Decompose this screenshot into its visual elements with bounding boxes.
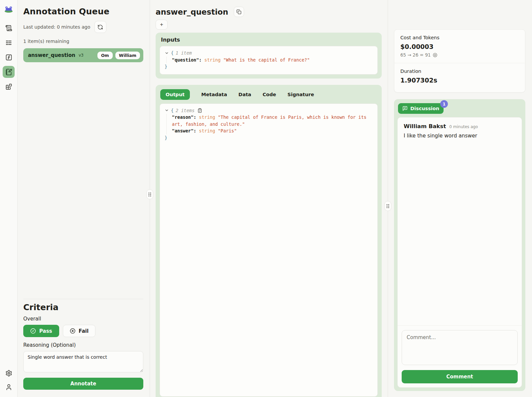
gear-icon [5, 370, 12, 377]
sidebar-item-list[interactable] [3, 37, 15, 49]
chevron-down-icon[interactable] [165, 51, 169, 55]
add-tab-button[interactable]: + [156, 20, 168, 30]
json-close-brace: } [165, 134, 373, 141]
user-icon [5, 384, 12, 391]
discussion-thread: William Bakst 0 minutes ago I like the s… [397, 117, 522, 388]
refresh-icon [97, 24, 103, 30]
output-tabs: Output Metadata Data Code Signature [160, 88, 378, 103]
panel-resize-handle-right[interactable] [384, 201, 391, 211]
chevron-down-icon[interactable] [165, 108, 169, 112]
discussion-label: Discussion [410, 106, 439, 111]
sidebar-item-traces[interactable] [3, 22, 15, 34]
sidebar-nav [3, 22, 15, 93]
grip-dots-icon [386, 204, 390, 209]
frog-icon [4, 4, 14, 13]
function-square-icon [5, 54, 12, 61]
json-type: string [199, 114, 215, 120]
sidebar-item-playground[interactable] [3, 81, 15, 93]
json-open-brace: { [171, 50, 174, 57]
panel-resize-handle-left[interactable] [146, 189, 153, 199]
copy-icon [236, 9, 241, 14]
divider [23, 299, 143, 299]
inputs-card: Inputs { 1 item "question": string "What… [156, 33, 382, 79]
tokens-text: 65 → 26 = 91 [400, 52, 431, 58]
lilypad-frog-logo[interactable] [4, 4, 14, 13]
annotation-queue-panel: Annotation Queue Last updated: 0 minutes… [18, 0, 150, 397]
json-item-count: 2 items [176, 107, 195, 114]
comment-timestamp: 0 minutes ago [449, 124, 478, 129]
queue-item-answer-question[interactable]: answer_question v3 Om William [23, 48, 143, 62]
comments-list: William Bakst 0 minutes ago I like the s… [398, 117, 522, 325]
queue-item-version: v3 [78, 53, 83, 58]
comment-submit-button[interactable]: Comment [402, 370, 518, 383]
tab-signature[interactable]: Signature [287, 92, 314, 97]
duration-title: Duration [400, 69, 519, 74]
notebook-pen-icon [5, 69, 12, 76]
fail-button[interactable]: Fail [63, 325, 96, 337]
discussion-toggle-button[interactable]: Discussion 1 [398, 103, 444, 114]
message-square-icon [402, 106, 408, 111]
cost-tokens-card: Cost and Tokens $0.00003 65 → 26 = 91 Du… [394, 29, 525, 93]
comment-text: I like the single word answer [404, 133, 516, 139]
blocks-icon [5, 83, 12, 90]
cost-title: Cost and Tokens [400, 35, 519, 40]
criteria-title: Criteria [23, 302, 143, 312]
scroll-text-icon [5, 25, 12, 32]
cost-section: Cost and Tokens $0.00003 65 → 26 = 91 [394, 30, 525, 63]
pass-button[interactable]: Pass [23, 325, 59, 337]
overall-label: Overall [23, 316, 143, 322]
queue-title: Annotation Queue [23, 7, 143, 16]
items-remaining-text: 1 item(s) remaining [23, 39, 143, 44]
json-type: string [204, 57, 221, 63]
json-key: "reason": [172, 114, 196, 120]
trace-detail-panel: answer_question + Inputs { 1 item "quest… [156, 7, 382, 397]
pass-label: Pass [39, 328, 52, 334]
json-close-brace: } [165, 63, 373, 70]
duration-value: 1.907302s [400, 77, 519, 84]
panel-resize-divider-right [388, 0, 388, 397]
json-value: "What is the capital of France?" [223, 57, 310, 63]
json-value: "Paris" [218, 128, 237, 133]
queue-item-name: answer_question [28, 52, 75, 58]
assignee-badge: Om [97, 52, 113, 59]
output-card: Output Metadata Data Code Signature { 2 … [156, 85, 382, 397]
tab-output[interactable]: Output [160, 89, 190, 100]
sidebar [0, 0, 18, 397]
list-icon [5, 39, 12, 46]
discussion-count-badge: 1 [440, 100, 448, 108]
discussion-panel: Discussion 1 William Bakst 0 minutes ago… [394, 99, 525, 391]
comment-input[interactable] [402, 330, 518, 365]
last-updated-text: Last updated: 0 minutes ago [23, 24, 90, 30]
output-json-viewer: { 2 items "reason": string "The capital … [160, 103, 378, 397]
sidebar-bottom [3, 367, 15, 393]
comment-author: William Bakst [404, 123, 446, 129]
json-key: "answer": [172, 128, 196, 133]
annotate-button[interactable]: Annotate [23, 378, 143, 390]
reasoning-input[interactable]: Single word answer that is correct [23, 351, 143, 372]
fail-label: Fail [79, 328, 89, 334]
copy-title-button[interactable] [234, 7, 244, 17]
comment-composer: Comment [398, 325, 522, 387]
json-key: "question": [172, 57, 201, 63]
json-open-brace: { [171, 107, 174, 114]
tab-data[interactable]: Data [238, 92, 251, 97]
inputs-json-viewer: { 1 item "question": string "What is the… [160, 46, 378, 75]
user-button[interactable] [3, 381, 15, 393]
json-item-count: 1 item [176, 50, 192, 57]
clipboard-copy-icon[interactable] [198, 108, 202, 113]
criteria-section: Criteria Overall Pass Fail Reasoning (Op… [23, 299, 143, 390]
sidebar-item-functions[interactable] [3, 51, 15, 63]
reasoning-label: Reasoning (Optional) [23, 342, 143, 348]
refresh-button[interactable] [94, 21, 106, 33]
sidebar-item-annotations[interactable] [3, 66, 15, 78]
inputs-title: Inputs [161, 37, 378, 43]
cost-value: $0.00003 [400, 43, 519, 50]
tab-metadata[interactable]: Metadata [201, 92, 227, 97]
circle-dot-icon [433, 53, 438, 58]
duration-section: Duration 1.907302s [394, 63, 525, 92]
json-type: string [199, 128, 215, 133]
assignee-badge: William [115, 52, 140, 59]
tab-code[interactable]: Code [263, 92, 276, 97]
grip-dots-icon [148, 192, 152, 197]
settings-button[interactable] [3, 367, 15, 379]
